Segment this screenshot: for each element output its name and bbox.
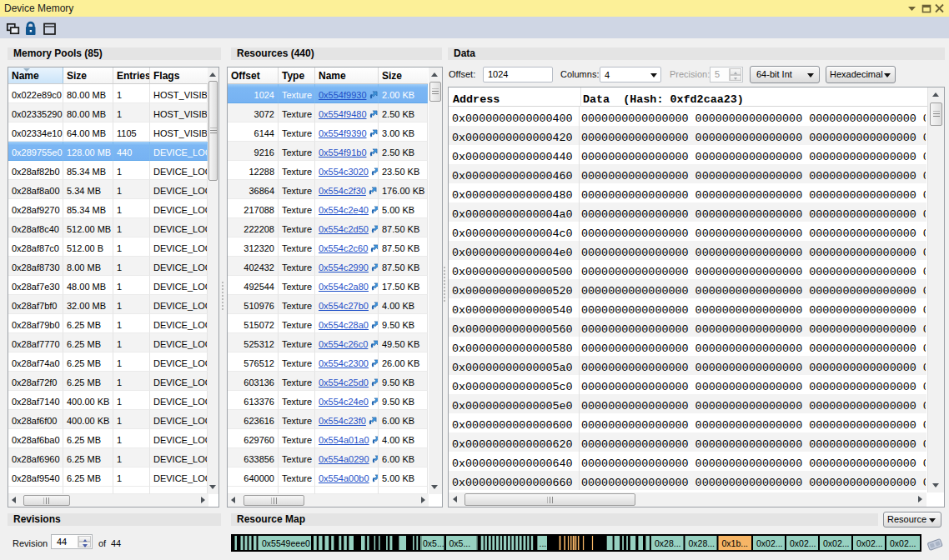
svg-text:0x5...: 0x5... (423, 538, 444, 548)
svg-text:0x28...: 0x28... (689, 538, 716, 548)
svg-text:...: ... (540, 538, 547, 548)
svg-text:0x1b...: 0x1b... (722, 538, 749, 548)
svg-text:0x5...: 0x5... (449, 538, 471, 548)
svg-text:0x5549eee0: 0x5549eee0 (262, 538, 310, 548)
svg-text:0x02...: 0x02... (823, 538, 850, 548)
svg-text:0x28...: 0x28... (655, 538, 681, 548)
svg-text:0x02...: 0x02... (790, 538, 816, 548)
svg-text:0x02...: 0x02... (890, 538, 916, 548)
svg-text:0x02...: 0x02... (756, 538, 783, 548)
svg-text:0x02...: 0x02... (856, 538, 883, 548)
